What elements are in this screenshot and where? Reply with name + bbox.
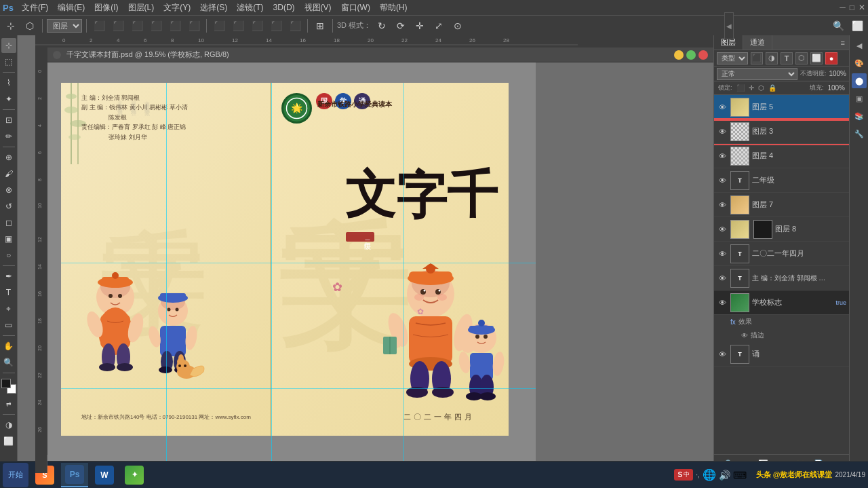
ime-logo[interactable]: ⌨ [733, 470, 747, 481]
artboard-btn[interactable]: ⬡ [22, 18, 38, 34]
distribute-btn2[interactable]: ⬛ [249, 18, 265, 34]
menu-window[interactable]: 窗口(W) [337, 1, 374, 15]
doc-min-btn[interactable] [674, 50, 684, 60]
lock-artboard-btn[interactable]: ⬡ [758, 84, 764, 92]
menu-3d[interactable]: 3D(D) [269, 1, 299, 14]
pen-tool[interactable]: ✒ [1, 269, 16, 284]
layer-song-visibility[interactable]: 👁 [717, 349, 728, 360]
distribute-h-btn[interactable]: ⬛ [211, 18, 227, 34]
layer-select[interactable]: 图层 [47, 19, 82, 33]
close-btn[interactable]: ✕ [859, 3, 865, 12]
lasso-tool[interactable]: ⌇ [1, 75, 16, 90]
layer-sub-stroke[interactable]: 👁 描边 [714, 329, 849, 342]
layer-item-date[interactable]: 👁 T 二〇二一年四月 [714, 242, 849, 266]
workspace-btn[interactable]: ⬜ [849, 18, 865, 34]
doc-canvas[interactable]: 主 编：刘全清 郭闯根 副 主 编：钱伟林 黄小川 易彬彬 草小清 陈发根 责任… [47, 62, 536, 470]
layer-credits-visibility[interactable]: 👁 [717, 273, 728, 284]
layer-logo-visibility[interactable]: 👁 [717, 297, 728, 308]
menu-image[interactable]: 图像(I) [90, 1, 122, 15]
layer-4-visibility[interactable]: 👁 [717, 151, 728, 162]
canvas-area[interactable]: 0 2 4 6 8 10 12 14 16 18 20 22 24 26 28 [18, 35, 713, 473]
panel-menu-btn[interactable]: ≡ [837, 37, 849, 48]
layer-type-filter[interactable]: 类型 [717, 52, 748, 64]
layer-item-3[interactable]: 👁 图层 3 [714, 119, 849, 144]
screen-mode-btn[interactable]: ⬜ [1, 434, 16, 449]
heal-tool[interactable]: ⊕ [1, 150, 16, 165]
opacity-value[interactable]: 100% [829, 70, 846, 77]
layer-8-visibility[interactable]: 👁 [717, 224, 728, 235]
doc-close-btn[interactable] [698, 50, 708, 60]
menu-view[interactable]: 视图(V) [300, 1, 336, 15]
move-tool[interactable]: ⊹ [1, 38, 16, 53]
fill-value[interactable]: 100% [827, 84, 845, 92]
dodge-tool[interactable]: ○ [1, 248, 16, 263]
filter-shape-btn[interactable]: ⬡ [795, 52, 808, 64]
fg-color-swatch[interactable] [1, 379, 11, 388]
layer-logo-fx[interactable]: true [835, 299, 846, 306]
filter-pixel-btn[interactable]: ⬛ [751, 52, 763, 64]
menu-filter[interactable]: 滤镜(T) [233, 1, 267, 15]
taskbar-app-photoshop[interactable]: Ps [61, 463, 88, 487]
3d-slide-btn[interactable]: ⤢ [431, 18, 447, 34]
layer-5-visibility[interactable]: 👁 [717, 102, 728, 113]
shape-tool[interactable]: ▭ [1, 318, 16, 333]
menu-select[interactable]: 选择(S) [196, 1, 231, 15]
lock-all-btn[interactable]: 🔒 [768, 84, 776, 92]
menu-file[interactable]: 文件(F) [18, 1, 52, 15]
menu-edit[interactable]: 编辑(E) [54, 1, 89, 15]
align-top-btn[interactable]: ⬛ [148, 18, 164, 34]
doc-max-btn[interactable] [686, 50, 696, 60]
blend-mode-select[interactable]: 正常 [717, 68, 797, 80]
crop-tool[interactable]: ⊡ [1, 113, 16, 128]
side-icon-4[interactable]: 📚 [852, 109, 867, 124]
layer-date-visibility[interactable]: 👁 [717, 248, 728, 259]
move-tool-btn[interactable]: ⊹ [3, 18, 19, 34]
ime-icon[interactable]: 🌐 [703, 468, 716, 481]
3d-pan-btn[interactable]: ✛ [412, 18, 428, 34]
stamp-tool[interactable]: ⊗ [1, 183, 16, 198]
volume-icon[interactable]: 🔊 [719, 470, 730, 481]
side-icon-5[interactable]: 🔧 [852, 126, 867, 141]
menu-help[interactable]: 帮助(H) [376, 1, 412, 15]
filter-smart-btn[interactable]: ⬜ [810, 52, 823, 64]
layer-item-credits[interactable]: 👁 T 主 编：刘全清 郭闯根 … [714, 266, 849, 290]
layer-item-7[interactable]: 👁 图层 7 [714, 193, 849, 217]
ime-toggle-1[interactable]: ·, [696, 471, 700, 478]
zoom-tool[interactable]: 🔍 [1, 355, 16, 370]
layer-7-visibility[interactable]: 👁 [717, 200, 728, 210]
side-collapse-btn[interactable]: ◀ [852, 38, 867, 53]
distribute-v-btn[interactable]: ⬛ [230, 18, 246, 34]
brush-tool[interactable]: 🖌 [1, 166, 16, 181]
minimize-btn[interactable]: ─ [840, 3, 846, 12]
text-tool[interactable]: T [1, 285, 16, 300]
filter-adjust-btn[interactable]: ◑ [766, 52, 778, 64]
layer-item-5[interactable]: 👁 图层 5 [714, 95, 849, 119]
magic-wand[interactable]: ✦ [1, 92, 16, 107]
search-btn[interactable]: 🔍 [830, 18, 846, 34]
3d-roll-btn[interactable]: ⟳ [393, 18, 409, 34]
start-button[interactable]: 开始 [3, 463, 28, 487]
lock-pixels-btn[interactable]: ⬛ [736, 84, 745, 92]
gradient-tool[interactable]: ▣ [1, 231, 16, 246]
side-icon-2[interactable]: ⬤ [852, 73, 867, 88]
filter-text-btn[interactable]: T [781, 52, 793, 64]
taskbar-app-4[interactable]: ✦ [121, 463, 148, 487]
path-tool[interactable]: ⌖ [1, 301, 16, 316]
align-center-h-btn[interactable]: ⬛ [110, 18, 126, 34]
select-tool[interactable]: ⬚ [1, 54, 16, 69]
distribute-btn4[interactable]: ⬛ [287, 18, 303, 34]
ime-indicator[interactable]: S 中 [674, 469, 693, 481]
side-icon-1[interactable]: 🎨 [852, 56, 867, 71]
menu-layer[interactable]: 图层(L) [124, 1, 159, 15]
3d-rotate-btn[interactable]: ↻ [374, 18, 390, 34]
maximize-btn[interactable]: □ [850, 3, 854, 12]
side-icon-3[interactable]: ▣ [852, 91, 867, 106]
lock-position-btn[interactable]: ✛ [749, 84, 754, 92]
align-bottom-btn[interactable]: ⬛ [186, 18, 202, 34]
eyedropper-tool[interactable]: ✏ [1, 129, 16, 144]
layer-grade-visibility[interactable]: 👁 [717, 175, 728, 186]
filter-toggle-btn[interactable]: ● [825, 52, 837, 64]
tab-channels[interactable]: 通道 [743, 35, 772, 50]
menu-text[interactable]: 文字(Y) [159, 1, 195, 15]
3d-scale-btn[interactable]: ⊙ [450, 18, 466, 34]
